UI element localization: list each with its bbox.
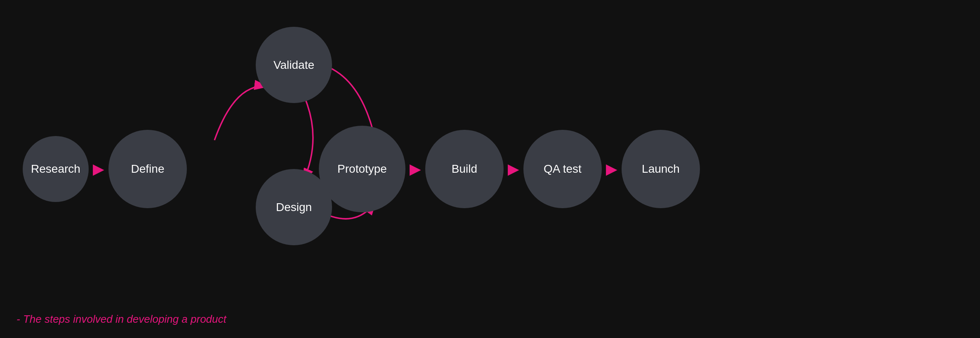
build-label: Build (452, 162, 477, 176)
build-node: Build (425, 130, 504, 208)
research-node: Research (23, 136, 89, 202)
launch-node: Launch (622, 130, 700, 208)
arrow-qa-launch: ▶ (606, 162, 617, 176)
validate-label: Validate (273, 59, 314, 72)
caption: - The steps involved in developing a pro… (16, 313, 226, 326)
arrow-research-define: ▶ (93, 162, 104, 176)
validate-node: Validate (256, 27, 332, 103)
design-label: Design (276, 201, 312, 214)
design-node: Design (256, 169, 332, 245)
arrow-prototype-build: ▶ (410, 162, 421, 176)
launch-label: Launch (642, 162, 680, 176)
qatest-node: QA test (523, 130, 602, 208)
prototype-label: Prototype (337, 162, 387, 176)
define-node: Define (108, 130, 187, 208)
caption-text: - The steps involved in developing a pro… (16, 313, 226, 325)
arrow-build-qa: ▶ (508, 162, 519, 176)
define-label: Define (131, 162, 165, 176)
qatest-label: QA test (544, 162, 582, 176)
prototype-node: Prototype (319, 126, 405, 212)
diagram-container: Research ▶ Define Prototype ▶ Build ▶ QA… (0, 0, 980, 338)
research-label: Research (31, 162, 80, 176)
